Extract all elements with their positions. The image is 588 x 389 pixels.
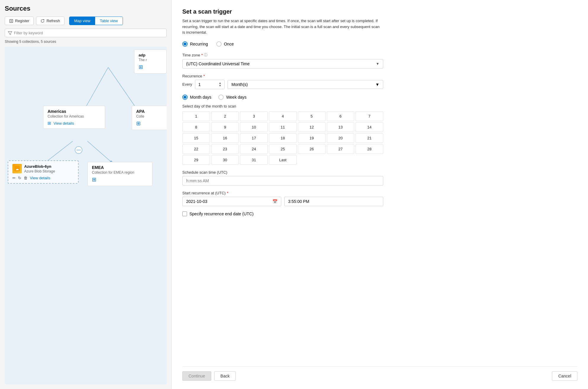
americas-grid-icon: ⊞	[48, 121, 51, 126]
timezone-value: (UTC) Coordinated Universal Time	[186, 61, 250, 66]
recurrence-number-value: 1	[198, 82, 201, 87]
start-date-input[interactable]: 2021-10-03 📅	[182, 197, 281, 206]
filter-icon	[8, 31, 12, 35]
day-cell-29[interactable]: 29	[182, 155, 210, 165]
number-down-arrow[interactable]: ▼	[219, 84, 221, 87]
start-date-value: 2021-10-03	[186, 199, 207, 204]
americas-view-details[interactable]: View details	[53, 121, 74, 126]
end-date-row: Specify recurrence end date (UTC)	[182, 211, 383, 216]
day-cell-28[interactable]: 28	[355, 144, 383, 154]
day-cell-22[interactable]: 22	[182, 144, 210, 154]
azureblob-card: ☁ AzureBlob-6yn Azure Blob Storage ✏ ↻ 🗑…	[8, 160, 79, 184]
timezone-label: Time zone * ⓘ	[182, 53, 577, 58]
emea-grid-icon: ⊞	[92, 176, 148, 183]
recurrence-unit-select[interactable]: Month(s) ▼	[228, 80, 383, 89]
day-cell-3[interactable]: 3	[240, 111, 268, 121]
every-label: Every	[182, 82, 192, 87]
day-cell-7[interactable]: 7	[355, 111, 383, 121]
timezone-select[interactable]: (UTC) Coordinated Universal Time ▼	[182, 59, 383, 69]
recurrence-unit-value: Month(s)	[231, 82, 248, 87]
apa-grid-icon: ⊞	[136, 120, 167, 127]
month-days-radio[interactable]	[182, 95, 188, 100]
map-view-button[interactable]: Map view	[69, 17, 95, 25]
back-button[interactable]: Back	[214, 371, 236, 381]
azureblob-delete-icon[interactable]: 🗑	[24, 176, 27, 180]
recurring-radio[interactable]	[182, 41, 188, 47]
svg-marker-3	[8, 31, 12, 35]
end-date-checkbox[interactable]	[182, 211, 187, 216]
view-toggle: Map view Table view	[69, 17, 123, 25]
week-days-option[interactable]: Week days	[218, 95, 246, 100]
apa-title: APA	[136, 109, 167, 114]
schedule-time-input[interactable]	[182, 176, 383, 185]
day-cell-13[interactable]: 13	[327, 122, 355, 132]
azureblob-scan-icon[interactable]: ↻	[18, 176, 21, 180]
once-option[interactable]: Once	[216, 41, 234, 47]
day-cell-17[interactable]: 17	[240, 133, 268, 143]
day-cell-18[interactable]: 18	[269, 133, 297, 143]
day-cell-23[interactable]: 23	[211, 144, 239, 154]
refresh-icon	[40, 19, 45, 23]
day-cell-25[interactable]: 25	[269, 144, 297, 154]
table-view-button[interactable]: Table view	[95, 17, 123, 25]
day-cell-5[interactable]: 5	[298, 111, 326, 121]
day-cell-last[interactable]: Last	[269, 155, 297, 165]
day-cell-24[interactable]: 24	[240, 144, 268, 154]
day-cell-27[interactable]: 27	[327, 144, 355, 154]
recurrence-row: Every 1 ▲ ▼ Month(s) ▼	[182, 80, 383, 89]
day-cell-11[interactable]: 11	[269, 122, 297, 132]
day-cell-1[interactable]: 1	[182, 111, 210, 121]
refresh-button[interactable]: Refresh	[36, 17, 64, 25]
timezone-chevron-icon: ▼	[376, 62, 379, 66]
svg-line-5	[46, 141, 73, 162]
recurring-option[interactable]: Recurring	[182, 41, 208, 47]
panel-description: Set a scan trigger to run the scan at sp…	[182, 18, 383, 35]
azureblob-icon: ☁	[12, 164, 22, 173]
once-radio[interactable]	[216, 41, 222, 47]
azureblob-edit-icon[interactable]: ✏	[12, 176, 16, 180]
svg-point-11	[75, 147, 82, 154]
schedule-time-label: Schedule scan time (UTC)	[182, 170, 577, 175]
footer-buttons: Continue Back Cancel	[182, 366, 577, 381]
svg-text:☁: ☁	[15, 167, 19, 171]
filter-placeholder: Filter by keyword	[14, 31, 43, 35]
day-cell-6[interactable]: 6	[327, 111, 355, 121]
day-cell-2[interactable]: 2	[211, 111, 239, 121]
start-recurrence-field: Start recurrence at (UTC) * 2021-10-03 📅	[182, 191, 577, 206]
register-icon	[9, 19, 13, 23]
day-cell-31[interactable]: 31	[240, 155, 268, 165]
recurrence-field: Recurrence * Every 1 ▲ ▼ Month(s) ▼	[182, 74, 577, 89]
azureblob-actions: ✏ ↻ 🗑 View details	[12, 176, 74, 180]
azureblob-info: AzureBlob-6yn Azure Blob Storage	[24, 164, 55, 173]
left-panel: Sources Register Refresh Map view Table …	[0, 0, 171, 389]
day-cell-10[interactable]: 10	[240, 122, 268, 132]
right-panel: Set a scan trigger Set a scan trigger to…	[171, 0, 588, 389]
day-cell-14[interactable]: 14	[355, 122, 383, 132]
day-cell-4[interactable]: 4	[269, 111, 297, 121]
number-arrows: ▲ ▼	[219, 82, 221, 87]
start-recurrence-required: *	[227, 191, 228, 195]
register-button[interactable]: Register	[5, 17, 34, 25]
day-cell-12[interactable]: 12	[298, 122, 326, 132]
timezone-required: *	[201, 53, 203, 57]
month-days-label: Month days	[190, 95, 211, 100]
day-cell-8[interactable]: 8	[182, 122, 210, 132]
azureblob-view-details[interactable]: View details	[30, 176, 50, 180]
once-label: Once	[224, 42, 234, 46]
filter-bar[interactable]: Filter by keyword	[5, 29, 167, 37]
continue-button[interactable]: Continue	[182, 371, 211, 381]
week-days-radio[interactable]	[218, 95, 224, 100]
day-cell-16[interactable]: 16	[211, 133, 239, 143]
day-cell-9[interactable]: 9	[211, 122, 239, 132]
start-time-input[interactable]	[284, 197, 383, 206]
day-cell-19[interactable]: 19	[298, 133, 326, 143]
cancel-button[interactable]: Cancel	[552, 371, 577, 381]
month-days-option[interactable]: Month days	[182, 95, 211, 100]
day-cell-15[interactable]: 15	[182, 133, 210, 143]
day-cell-30[interactable]: 30	[211, 155, 239, 165]
timezone-field: Time zone * ⓘ (UTC) Coordinated Universa…	[182, 53, 577, 69]
recurrence-number-input[interactable]: 1 ▲ ▼	[195, 80, 225, 89]
day-cell-20[interactable]: 20	[327, 133, 355, 143]
day-cell-21[interactable]: 21	[355, 133, 383, 143]
day-cell-26[interactable]: 26	[298, 144, 326, 154]
